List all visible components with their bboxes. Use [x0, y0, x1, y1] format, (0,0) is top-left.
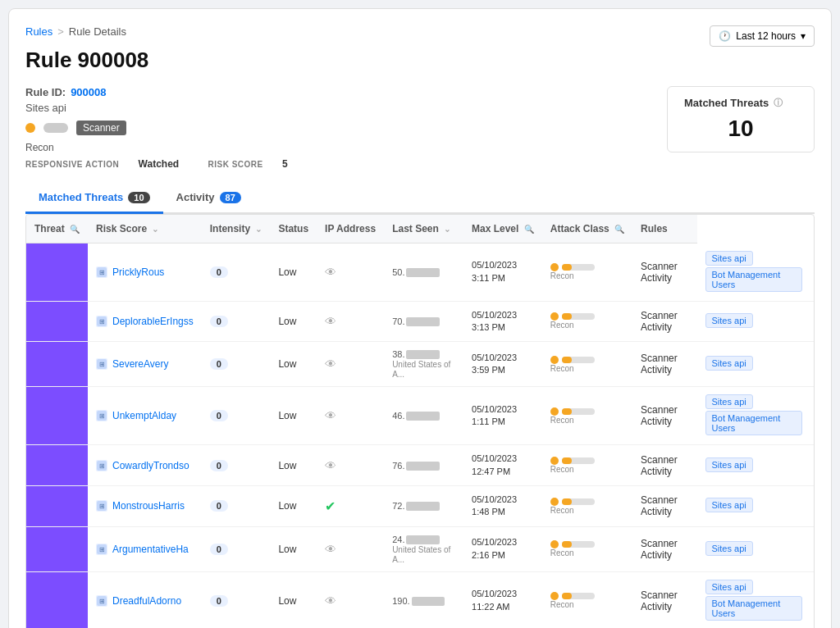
chevron-down-icon: ▾	[801, 30, 806, 42]
recon-bar	[562, 357, 595, 363]
matched-threats-count: 10	[684, 116, 797, 142]
risk-score-sort-icon: ⌄	[152, 225, 158, 234]
threat-name-link[interactable]: ⊞ SevereAvery	[96, 358, 194, 370]
cell-status: 👁	[317, 571, 384, 628]
threat-name-link[interactable]: ⊞ PricklyRous	[96, 266, 194, 278]
recon-text: Recon	[550, 416, 624, 425]
sites-api-label: Sites api	[25, 102, 634, 114]
score-badge: 0	[210, 266, 228, 278]
tab-activity-label: Activity	[176, 191, 215, 203]
table-row: ⊞ PricklyRous 0Low👁50....05/10/20233:11 …	[26, 243, 814, 302]
cell-attack-class: Scanner Activity	[632, 445, 696, 486]
rule-tag: Sites api	[705, 394, 753, 409]
cell-threat: ⊞ CowardlyTrondso	[88, 445, 202, 486]
recon-text: Recon	[550, 271, 624, 280]
cell-intensity: Low	[270, 571, 317, 628]
threat-name-link[interactable]: ⊞ DeplorableErIngss	[96, 316, 194, 327]
cell-attack-class: Scanner Activity	[632, 387, 696, 445]
col-intensity[interactable]: Intensity ⌄	[202, 215, 271, 243]
rule-id-value[interactable]: 900008	[71, 86, 106, 98]
time-selector-label: Last 12 hours	[736, 30, 796, 42]
time-selector-button[interactable]: 🕐 Last 12 hours ▾	[710, 25, 815, 47]
cell-ip: 46....	[384, 387, 463, 445]
col-status: Status	[270, 215, 317, 243]
cell-rules: Sites api	[697, 445, 815, 486]
threat-name-link[interactable]: ⊞ UnkemptAlday	[96, 410, 194, 421]
cell-ip: 190....	[384, 571, 463, 628]
cell-last-seen: 05/10/20233:13 PM	[463, 301, 542, 342]
recon-text: Recon	[550, 548, 624, 557]
recon-bar	[562, 313, 595, 320]
svg-text:⊞: ⊞	[99, 361, 105, 368]
score-badge: 0	[210, 358, 228, 370]
recon-dot-icon	[550, 312, 559, 321]
rule-tag: Bot Management Users	[705, 596, 803, 621]
status-eye-icon: 👁	[325, 266, 336, 279]
cell-threat: ⊞ PricklyRous	[88, 243, 202, 302]
cell-last-seen: 05/10/20231:48 PM	[463, 486, 542, 527]
time-selector-container: 🕐 Last 12 hours ▾	[710, 25, 815, 47]
cell-ip: 24....United States of A...	[384, 526, 463, 571]
threat-name-link[interactable]: ⊞ ArgumentativeHa	[96, 544, 194, 555]
matched-threats-box: Matched Threats ⓘ 10	[667, 86, 815, 152]
rule-tag: Sites api	[705, 251, 753, 266]
threat-icon: ⊞	[96, 544, 107, 555]
threat-icon: ⊞	[96, 266, 107, 278]
col-ip-address: IP Address	[317, 215, 384, 243]
cell-max-level: Recon	[542, 445, 632, 486]
threat-name-link[interactable]: ⊞ CowardlyTrondso	[96, 460, 194, 471]
score-badge: 0	[210, 316, 228, 327]
cell-threat: ⊞ SevereAvery	[88, 342, 202, 387]
cell-status: ✔	[317, 486, 384, 527]
cell-attack-class: Scanner Activity	[632, 571, 696, 628]
cell-status: 👁	[317, 445, 384, 486]
recon-dot	[25, 123, 35, 133]
meta-row: RESPONSIVE ACTION Watched RISK SCORE 5	[25, 158, 634, 170]
col-attack-class: Attack Class 🔍	[542, 215, 632, 243]
table-header-row: Threat 🔍 Risk Score ⌄ Intensity ⌄ Status…	[26, 215, 814, 243]
cell-intensity: Low	[270, 301, 317, 342]
page-title: Rule 900008	[25, 48, 815, 73]
cell-intensity: Low	[270, 445, 317, 486]
breadcrumb-rules-link[interactable]: Rules	[25, 25, 52, 38]
rule-id-label: Rule ID:	[25, 86, 66, 98]
cell-attack-class: Scanner Activity	[632, 342, 696, 387]
cell-risk-score: 0	[202, 526, 271, 571]
threat-name-link[interactable]: ⊞ MonstrousHarris	[96, 500, 194, 512]
matched-threats-info-icon[interactable]: ⓘ	[774, 97, 783, 109]
tab-activity[interactable]: Activity 87	[163, 183, 254, 214]
cell-max-level: Recon	[542, 387, 632, 445]
tab-activity-badge: 87	[220, 192, 241, 203]
tabs-container: Matched Threats 10 Activity 87	[25, 183, 815, 214]
gray-bar	[43, 123, 68, 133]
rule-tag: Sites api	[705, 541, 753, 556]
status-eye-icon: 👁	[325, 594, 336, 608]
cell-status: 👁	[317, 526, 384, 571]
cell-intensity: Low	[270, 342, 317, 387]
cell-intensity: Low	[270, 387, 317, 445]
cell-rules: Sites api	[697, 342, 815, 387]
threat-search-icon[interactable]: 🔍	[70, 225, 80, 234]
attack-class-search-icon[interactable]: 🔍	[614, 225, 624, 234]
clock-icon: 🕐	[719, 30, 731, 42]
cell-rules: Sites apiBot Management Users	[697, 387, 815, 445]
recon-dot-icon	[550, 356, 559, 364]
col-risk-score[interactable]: Risk Score ⌄	[88, 215, 202, 243]
row-left-bar	[26, 387, 88, 445]
cell-risk-score: 0	[202, 342, 271, 387]
breadcrumb-separator: >	[57, 25, 64, 38]
max-level-search-icon[interactable]: 🔍	[524, 225, 534, 234]
cell-threat: ⊞ DreadfulAdorno	[88, 571, 202, 628]
rule-info-section: Rule ID: 900008 Sites api Scanner Recon …	[25, 86, 634, 170]
recon-text: Recon	[550, 600, 624, 609]
status-check-icon: ✔	[325, 499, 336, 513]
threat-name-link[interactable]: ⊞ DreadfulAdorno	[96, 595, 194, 607]
threat-icon: ⊞	[96, 316, 107, 327]
tab-matched-threats[interactable]: Matched Threats 10	[25, 183, 163, 214]
recon-bar	[562, 541, 595, 548]
breadcrumb-current: Rule Details	[69, 25, 126, 38]
cell-rules: Sites api	[697, 301, 815, 342]
col-last-seen[interactable]: Last Seen ⌄	[384, 215, 463, 243]
score-badge: 0	[210, 595, 228, 607]
recon-label: Recon	[25, 142, 634, 153]
